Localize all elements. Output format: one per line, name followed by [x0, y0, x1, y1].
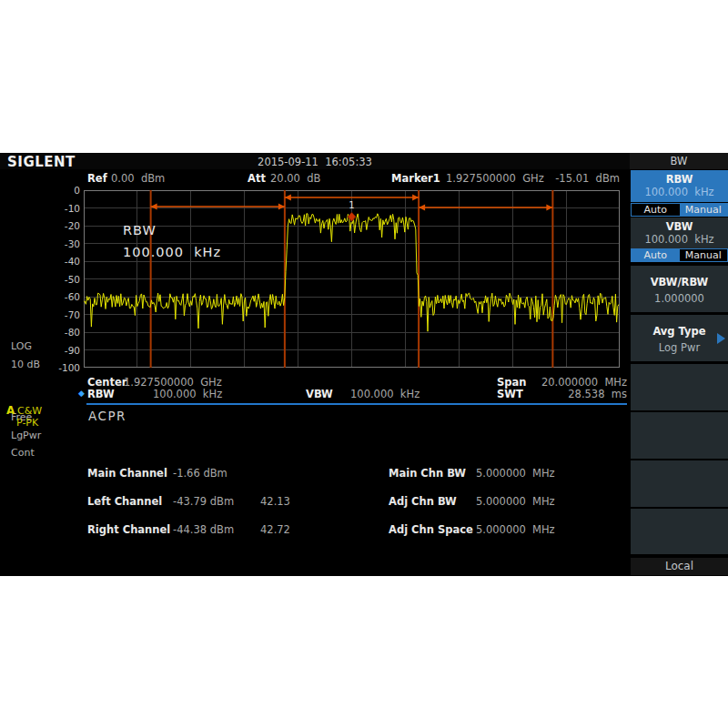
- vbw-rbw-ratio-softkey[interactable]: VBW/RBW 1.000000: [631, 266, 728, 312]
- y-tick-label: -60: [46, 291, 80, 302]
- y-tick-label: -90: [46, 345, 80, 356]
- y-tick-label: -50: [46, 274, 80, 285]
- marker-amplitude: -15.01 dBm: [0, 172, 620, 185]
- acpr-title: ACPR: [88, 409, 126, 423]
- acpr-row-label: Main Chn BW: [389, 467, 476, 480]
- acpr-separator: [86, 403, 627, 405]
- center-label: Center: [87, 376, 126, 389]
- rbw-footer-label: RBW: [87, 388, 115, 400]
- page: SIGLENT 2015-09-11 16:05:33 LOG 10 dB Fr…: [0, 0, 728, 728]
- y-tick-label: -80: [46, 327, 80, 338]
- y-tick-label: 0: [46, 185, 80, 196]
- acpr-row-value: 5.000000: [476, 467, 532, 480]
- y-tick-label: -10: [46, 203, 80, 214]
- acpr-row: Adj Chn BW5.000000MHz: [389, 491, 555, 503]
- vbw-softkey[interactable]: VBW 100.000 kHz: [631, 217, 728, 248]
- y-tick-label: -70: [46, 309, 80, 320]
- acpr-row: Left Channel-43.79 dBm42.13: [87, 491, 290, 503]
- analyzer-screen: SIGLENT 2015-09-11 16:05:33 LOG 10 dB Fr…: [0, 153, 728, 576]
- rbw-footer-value: 100.000 kHz: [153, 388, 222, 400]
- detector-badge: P-PK: [16, 417, 38, 429]
- marker-1-diamond-icon: [348, 212, 356, 221]
- swt-value: 28.538 ms: [511, 388, 627, 400]
- status-scale: 10 dB: [11, 359, 40, 370]
- span-value: 20.000000 MHz: [511, 376, 627, 389]
- marker-diamond-icon: ◆: [78, 389, 85, 398]
- acpr-row-label: Right Channel: [87, 523, 173, 536]
- vbw-auto-manual-toggle: Auto Manual: [631, 248, 728, 262]
- acpr-row-value: -43.79 dBm: [173, 495, 260, 508]
- rbw-softkey-value: 100.000 kHz: [631, 186, 728, 198]
- acpr-left-table: Main Channel-1.66 dBmLeft Channel-43.79 …: [87, 463, 290, 548]
- acpr-row-unit: MHz: [532, 495, 555, 508]
- status-power: LgPwr: [11, 430, 41, 441]
- acpr-row-unit: MHz: [532, 523, 555, 536]
- acpr-row-value: 5.000000: [476, 523, 532, 536]
- center-value: 1.927500000 GHz: [124, 376, 222, 389]
- plot-overlay-rbw-label: RBW: [123, 223, 157, 238]
- acpr-row-value: -1.66 dBm: [173, 467, 260, 480]
- y-tick-label: -40: [46, 256, 80, 267]
- vbw-footer-value: 100.000 kHz: [350, 388, 420, 400]
- acpr-row-label: Main Channel: [87, 467, 173, 480]
- acpr-row-label: Adj Chn BW: [389, 495, 476, 508]
- softkey-sidebar: BW RBW 100.000 kHz Auto Manual VBW 100.0…: [630, 153, 728, 576]
- vbw-footer-label: VBW: [306, 388, 333, 400]
- spectrum-plot: 1 RBW 100.000 kHz: [84, 190, 620, 368]
- rbw-auto-manual-toggle: Auto Manual: [631, 203, 728, 217]
- acpr-row: Main Chn BW5.000000MHz: [389, 463, 555, 475]
- softkey-blank-1[interactable]: [631, 364, 728, 410]
- vbw-softkey-value: 100.000 kHz: [631, 233, 728, 246]
- acpr-row-ratio: 42.72: [260, 523, 290, 536]
- acpr-row-value: -44.38 dBm: [173, 523, 260, 536]
- y-tick-label: -30: [46, 238, 80, 249]
- vbw-manual-option[interactable]: Manual: [680, 249, 728, 261]
- top-bar: SIGLENT 2015-09-11 16:05:33: [0, 153, 728, 169]
- acpr-row-label: Adj Chn Space: [389, 523, 476, 536]
- acpr-row-ratio: 42.13: [260, 495, 290, 508]
- trace-letter-badge: A: [6, 404, 15, 417]
- vbw-auto-option[interactable]: Auto: [632, 249, 680, 261]
- acpr-row: Main Channel-1.66 dBm: [87, 463, 290, 475]
- acpr-row-value: 5.000000: [476, 495, 532, 508]
- acpr-right-table: Main Chn BW5.000000MHzAdj Chn BW5.000000…: [389, 463, 555, 548]
- acpr-row-label: Left Channel: [87, 495, 173, 508]
- rbw-softkey[interactable]: RBW 100.000 kHz: [631, 170, 728, 202]
- softkey-blank-4[interactable]: [631, 509, 728, 554]
- menu-title: BW: [630, 153, 728, 169]
- avg-type-label: Avg Type: [631, 315, 728, 338]
- status-sweep: Cont: [11, 447, 35, 459]
- acpr-row: Right Channel-44.38 dBm42.72: [87, 520, 290, 531]
- avg-type-value: Log Pwr: [631, 338, 728, 354]
- rbw-auto-option[interactable]: Auto: [632, 204, 680, 216]
- y-tick-label: -100: [46, 362, 80, 373]
- vbw-rbw-label: VBW/RBW: [631, 266, 728, 288]
- vbw-rbw-value: 1.000000: [631, 288, 728, 305]
- status-log: LOG: [11, 340, 32, 352]
- trace-mode-badge: C&W: [17, 405, 42, 417]
- avg-type-softkey[interactable]: Avg Type Log Pwr: [631, 315, 728, 361]
- softkey-blank-2[interactable]: [631, 412, 728, 459]
- y-tick-label: -20: [46, 220, 80, 231]
- plot-overlay-rbw-value: 100.000 kHz: [123, 245, 221, 259]
- local-button[interactable]: Local: [631, 558, 728, 575]
- spectrum-chart: 1: [84, 190, 620, 368]
- vbw-softkey-label: VBW: [631, 217, 728, 233]
- acpr-row-unit: MHz: [532, 467, 555, 480]
- submenu-arrow-icon: [717, 333, 725, 344]
- softkey-blank-3[interactable]: [631, 460, 728, 507]
- rbw-manual-option[interactable]: Manual: [680, 204, 728, 216]
- acpr-row: Adj Chn Space5.000000MHz: [389, 520, 555, 531]
- rbw-softkey-label: RBW: [631, 170, 728, 186]
- marker-1-number: 1: [349, 200, 354, 210]
- datetime: 2015-09-11 16:05:33: [0, 156, 630, 168]
